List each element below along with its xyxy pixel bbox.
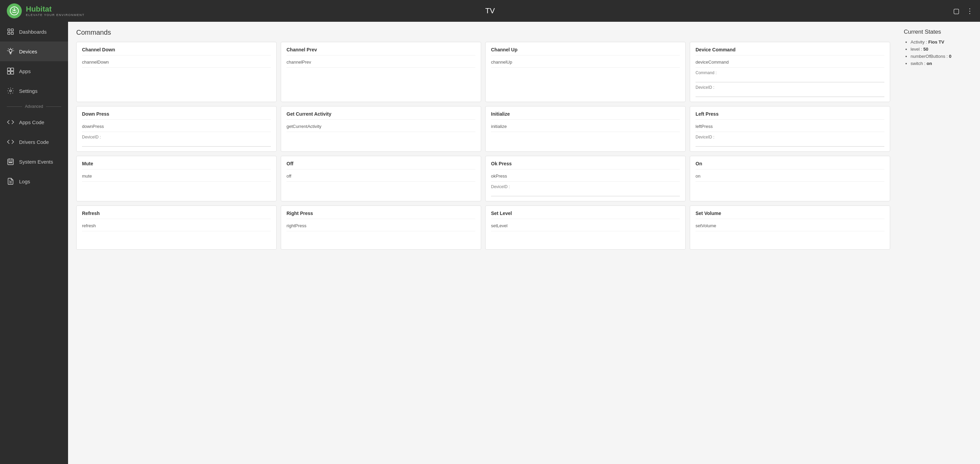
- main-content: Commands Channel DownchannelDownChannel …: [68, 22, 898, 464]
- svg-rect-1: [8, 29, 10, 31]
- command-field: DeviceID :: [695, 85, 885, 97]
- command-card: Set VolumesetVolume: [690, 205, 890, 250]
- command-card-title: Channel Down: [82, 47, 271, 56]
- sidebar-item-drivers-code[interactable]: Drivers Code: [0, 132, 68, 152]
- command-field: DeviceID :: [82, 135, 271, 146]
- command-card-title: Down Press: [82, 111, 271, 120]
- sidebar-item-dashboards[interactable]: Dashboards: [0, 22, 68, 41]
- command-card: Refreshrefresh: [76, 205, 277, 250]
- command-card-title: Refresh: [82, 211, 271, 219]
- sidebar-advanced-divider: Advanced: [0, 101, 68, 112]
- code-icon-drivers: [7, 138, 14, 146]
- svg-rect-17: [11, 162, 12, 163]
- command-card-fn: downPress: [82, 124, 271, 132]
- command-card-title: Set Level: [491, 211, 680, 219]
- command-card-fn: channelDown: [82, 60, 271, 68]
- command-field-label: DeviceID :: [695, 85, 885, 90]
- command-card-fn: rightPress: [286, 223, 476, 231]
- svg-rect-2: [11, 29, 13, 31]
- command-card: Channel UpchannelUp: [485, 42, 686, 102]
- command-field-label: DeviceID :: [82, 135, 271, 140]
- command-field-input[interactable]: [695, 140, 885, 146]
- apps-icon: [7, 67, 14, 75]
- grid-icon: [7, 28, 14, 35]
- settings-icon: [7, 87, 14, 95]
- command-card-fn: channelUp: [491, 60, 680, 68]
- command-card: Channel PrevchannelPrev: [281, 42, 481, 102]
- command-card: Offoff: [281, 156, 481, 202]
- state-item: Activity : Fios TV: [911, 40, 975, 44]
- command-card: Get Current ActivitygetCurrentActivity: [281, 106, 481, 152]
- lightbulb-icon: [7, 48, 14, 55]
- command-field-label: DeviceID :: [695, 135, 885, 140]
- command-field-input[interactable]: [695, 91, 885, 97]
- code-icon-apps: [7, 118, 14, 126]
- sidebar-label-logs: Logs: [19, 179, 30, 184]
- command-card-title: Left Press: [695, 111, 885, 120]
- svg-rect-4: [11, 32, 13, 34]
- command-field: DeviceID :: [491, 184, 680, 196]
- sidebar-label-system-events: System Events: [19, 159, 53, 165]
- command-card-fn: getCurrentActivity: [286, 124, 476, 132]
- command-card: Down PressdownPressDeviceID :: [76, 106, 277, 152]
- svg-rect-15: [9, 162, 10, 163]
- sidebar-label-settings: Settings: [19, 88, 37, 94]
- sidebar: Dashboards Devices Apps Settings Advance…: [0, 22, 68, 464]
- command-card-fn: okPress: [491, 173, 680, 182]
- logo-text-area: Hubitat ELEVATE YOUR ENVIRONMENT: [26, 5, 85, 17]
- sidebar-label-drivers-code: Drivers Code: [19, 139, 49, 145]
- command-field-label: Command :: [695, 70, 885, 75]
- commands-section-title: Commands: [76, 29, 890, 37]
- command-card-fn: refresh: [82, 223, 271, 231]
- svg-rect-6: [8, 68, 10, 71]
- command-card-fn: initialize: [491, 124, 680, 132]
- states-list: Activity : Fios TVlevel : 50numberOfButt…: [904, 40, 975, 66]
- sidebar-item-system-events[interactable]: System Events: [0, 152, 68, 172]
- sidebar-item-apps[interactable]: Apps: [0, 61, 68, 81]
- command-card-title: Channel Up: [491, 47, 680, 56]
- svg-rect-7: [11, 68, 14, 71]
- advanced-label: Advanced: [25, 104, 43, 109]
- command-field-label: DeviceID :: [491, 184, 680, 189]
- command-card-fn: leftPress: [695, 124, 885, 132]
- current-states-panel: Current States Activity : Fios TVlevel :…: [898, 22, 980, 464]
- command-card: Mutemute: [76, 156, 277, 202]
- header-actions: ▢ ⋮: [953, 7, 973, 15]
- svg-point-5: [9, 49, 12, 52]
- command-card-title: Right Press: [286, 211, 476, 219]
- svg-point-10: [10, 90, 11, 92]
- command-card: Left PressleftPressDeviceID :: [690, 106, 890, 152]
- states-title: Current States: [904, 29, 975, 35]
- state-item: numberOfButtons : 0: [911, 54, 975, 59]
- command-field: DeviceID :: [695, 135, 885, 146]
- command-card-title: On: [695, 161, 885, 169]
- command-field-input[interactable]: [82, 140, 271, 146]
- command-card-title: Set Volume: [695, 211, 885, 219]
- sidebar-label-apps: Apps: [19, 68, 30, 74]
- sidebar-item-devices[interactable]: Devices: [0, 41, 68, 61]
- command-field-input[interactable]: [695, 76, 885, 82]
- commands-grid: Channel DownchannelDownChannel Prevchann…: [76, 42, 890, 250]
- command-card-fn: channelPrev: [286, 60, 476, 68]
- command-card: Right PressrightPress: [281, 205, 481, 250]
- command-card-title: Channel Prev: [286, 47, 476, 56]
- svg-rect-11: [8, 159, 14, 165]
- command-card: Device CommanddeviceCommandCommand :Devi…: [690, 42, 890, 102]
- command-card-fn: on: [695, 173, 885, 182]
- command-field: Command :: [695, 70, 885, 82]
- sidebar-label-devices: Devices: [19, 49, 37, 54]
- logo-brand: Hubitat: [26, 5, 85, 13]
- logs-icon: [7, 178, 14, 185]
- sidebar-item-apps-code[interactable]: Apps Code: [0, 112, 68, 132]
- command-card-title: Initialize: [491, 111, 680, 120]
- command-card: Ok PressokPressDeviceID :: [485, 156, 686, 202]
- command-field-input[interactable]: [491, 190, 680, 196]
- sidebar-item-settings[interactable]: Settings: [0, 81, 68, 101]
- command-card-fn: setVolume: [695, 223, 885, 231]
- notifications-icon[interactable]: ▢: [953, 7, 959, 15]
- command-card-title: Mute: [82, 161, 271, 169]
- menu-dots-icon[interactable]: ⋮: [966, 7, 973, 15]
- state-item: switch : on: [911, 61, 975, 66]
- sidebar-item-logs[interactable]: Logs: [0, 172, 68, 191]
- command-card: Channel DownchannelDown: [76, 42, 277, 102]
